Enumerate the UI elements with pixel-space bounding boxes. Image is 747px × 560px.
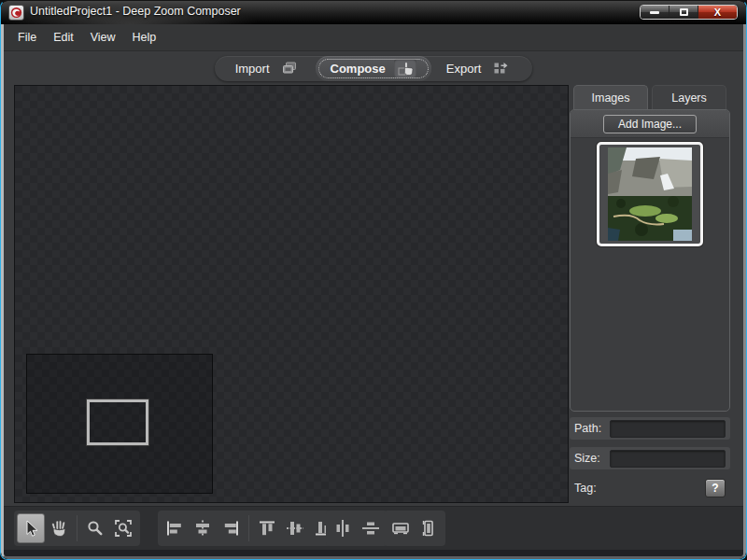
align-top-button[interactable]	[253, 513, 281, 543]
distribute-horizontal-button[interactable]	[329, 513, 357, 543]
path-row: Path:	[570, 417, 730, 440]
fit-width-icon	[390, 520, 411, 537]
images-list-panel: Add Image...	[570, 109, 730, 412]
window-title: UntitledProject1 - Deep Zoom Composer	[30, 5, 241, 18]
tab-layers-label: Layers	[671, 91, 707, 105]
tag-row: Tag: ?	[570, 477, 730, 499]
bottom-toolbar	[4, 506, 743, 556]
zoom-selection-tool-button[interactable]	[109, 513, 137, 543]
menu-file[interactable]: File	[9, 27, 45, 48]
toolbar-separator	[248, 515, 249, 541]
minimize-icon	[650, 11, 659, 14]
distribute-horizontal-icon	[333, 519, 352, 538]
align-top-icon	[258, 519, 276, 538]
mode-pill: Import Compose	[215, 56, 533, 81]
tag-label: Tag:	[574, 482, 608, 495]
right-panel: Images Layers Add Image...	[570, 85, 730, 505]
path-label: Path:	[574, 422, 608, 435]
panel-tabs: Images Layers	[570, 85, 730, 109]
menu-edit[interactable]: Edit	[45, 27, 82, 48]
menu-bar: File Edit View Help	[4, 24, 743, 51]
maximize-icon	[680, 8, 688, 16]
align-left-icon	[164, 520, 185, 537]
export-label: Export	[446, 62, 482, 76]
align-right-button[interactable]	[217, 513, 245, 543]
close-button[interactable]: X	[698, 6, 737, 19]
compose-tab[interactable]: Compose	[316, 56, 431, 81]
fit-width-button[interactable]	[387, 513, 415, 543]
fit-height-icon	[420, 519, 437, 538]
align-middle-icon	[286, 519, 304, 538]
window-controls: X	[640, 5, 738, 20]
title-bar[interactable]: UntitledProject1 - Deep Zoom Composer X	[1, 1, 746, 24]
path-field[interactable]	[610, 420, 726, 438]
align-middle-button[interactable]	[281, 513, 309, 543]
window-body: File Edit View Help Import	[1, 24, 746, 559]
tab-images[interactable]: Images	[573, 85, 648, 109]
align-center-icon	[192, 520, 213, 537]
close-icon: X	[714, 7, 721, 18]
tab-layers[interactable]: Layers	[652, 85, 726, 109]
compose-canvas[interactable]	[14, 85, 569, 503]
minimap-viewport-rect[interactable]	[87, 399, 148, 445]
tool-group-align	[158, 511, 340, 546]
maximize-button[interactable]	[669, 6, 698, 19]
minimap-panel[interactable]	[26, 354, 213, 494]
pan-tool-button[interactable]	[45, 513, 73, 543]
size-label: Size:	[574, 452, 608, 465]
mountain-photo	[608, 147, 692, 241]
tool-group-distribute	[326, 511, 388, 546]
hand-icon	[49, 519, 68, 538]
menu-help[interactable]: Help	[124, 27, 165, 48]
compose-icon	[394, 59, 416, 77]
add-image-button[interactable]: Add Image...	[603, 115, 697, 133]
align-center-button[interactable]	[189, 513, 217, 543]
tab-images-label: Images	[592, 91, 630, 105]
distribute-vertical-icon	[361, 519, 380, 538]
align-right-icon	[220, 520, 241, 537]
import-icon	[278, 59, 301, 77]
export-icon	[489, 59, 512, 77]
magnifier-brackets-icon	[114, 519, 133, 538]
image-thumbnail-selected[interactable]	[597, 142, 703, 246]
tag-help-button[interactable]: ?	[705, 479, 726, 497]
app-logo-icon	[8, 5, 24, 21]
size-row: Size:	[570, 447, 730, 469]
mode-toolbar: Import Compose	[4, 52, 743, 84]
toolbar-separator	[77, 515, 78, 541]
fit-height-button[interactable]	[415, 513, 443, 543]
images-panel-header: Add Image...	[571, 110, 729, 138]
select-tool-button[interactable]	[17, 513, 45, 543]
red-swirl-icon	[10, 7, 22, 19]
compose-label: Compose	[331, 62, 386, 76]
tool-group-navigation	[14, 511, 140, 546]
export-tab[interactable]: Export	[431, 56, 528, 81]
magnifier-icon	[87, 520, 104, 537]
tool-group-fit	[384, 511, 445, 546]
menu-view[interactable]: View	[82, 27, 124, 48]
pointer-icon	[23, 520, 38, 538]
distribute-vertical-button[interactable]	[357, 513, 385, 543]
align-left-button[interactable]	[161, 513, 189, 543]
minimize-button[interactable]	[641, 6, 669, 19]
zoom-tool-button[interactable]	[81, 513, 109, 543]
app-window: UntitledProject1 - Deep Zoom Composer X …	[0, 0, 747, 560]
import-tab[interactable]: Import	[220, 56, 316, 81]
import-label: Import	[235, 62, 270, 76]
size-field[interactable]	[610, 450, 726, 468]
